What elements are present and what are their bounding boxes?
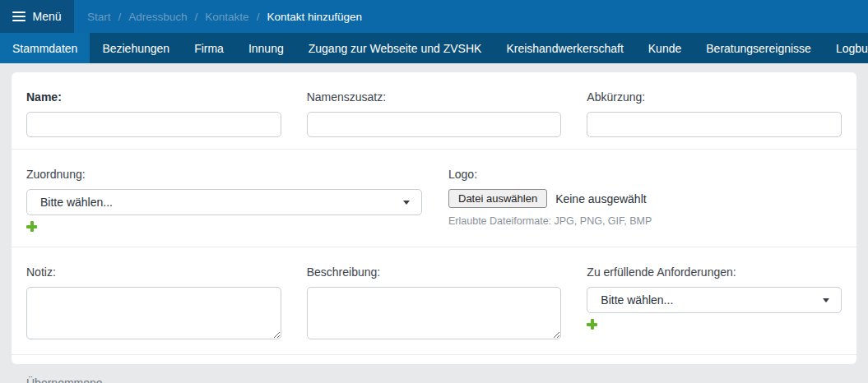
hamburger-icon — [12, 12, 26, 21]
namenszusatz-input[interactable] — [307, 112, 562, 137]
anforderungen-select[interactable]: Bitte wählen... — [587, 287, 842, 313]
zuordnung-selected-value: Bitte wählen... — [40, 196, 113, 209]
top-bar: Menü Start / Adressbuch / Kontakte / Kon… — [0, 0, 868, 33]
kundennummern-label: Übernommene Kundennummern: — [26, 366, 158, 383]
namenszusatz-label: Namenszusatz: — [307, 90, 562, 104]
field-anforderungen: Zu erfüllende Anforderungen: Bitte wähle… — [587, 258, 842, 343]
breadcrumb-separator: / — [257, 11, 260, 23]
logo-label: Logo: — [448, 168, 842, 181]
tab-kreishandwerkerschaft[interactable]: Kreishandwerkerschaft — [494, 33, 635, 63]
tab-beratungsereignisse[interactable]: Beratungsereignisse — [694, 33, 824, 63]
field-beschreibung: Beschreibung: — [307, 258, 562, 343]
tab-firma[interactable]: Firma — [182, 33, 236, 63]
field-zuordnung: Zuordnung: Bitte wählen... — [26, 160, 422, 235]
screen: Menü Start / Adressbuch / Kontakte / Kon… — [0, 0, 868, 383]
field-notiz: Notiz: — [26, 258, 281, 343]
logo-file-input: Datei auswählen Keine ausgewählt — [448, 189, 842, 208]
breadcrumb-separator: / — [195, 11, 198, 23]
chevron-down-icon — [403, 201, 410, 205]
notiz-textarea[interactable] — [26, 287, 281, 339]
menu-button-label: Menü — [32, 10, 61, 23]
breadcrumb-current-page: Kontakt hinzufügen — [267, 11, 362, 23]
tab-kunde[interactable]: Kunde — [636, 33, 694, 63]
notiz-label: Notiz: — [26, 265, 281, 279]
tab-bar: Stammdaten Beziehungen Firma Innung Zuga… — [0, 33, 868, 63]
tab-stammdaten[interactable]: Stammdaten — [0, 33, 90, 63]
choose-file-button[interactable]: Datei auswählen — [448, 189, 547, 208]
breadcrumb: Start / Adressbuch / Kontakte / Kontakt … — [74, 0, 362, 33]
name-input[interactable] — [26, 112, 281, 137]
beschreibung-label: Beschreibung: — [307, 265, 562, 279]
tab-zugang-webseite-zvshk[interactable]: Zugang zur Webseite und ZVSHK — [296, 33, 494, 63]
row-notes: Notiz: Beschreibung: Zu erfüllende Anfor… — [12, 247, 856, 354]
beschreibung-textarea[interactable] — [307, 287, 562, 339]
tab-logbuch[interactable]: Logbuch — [824, 33, 868, 63]
breadcrumb-separator: / — [118, 11, 122, 23]
file-status-text: Keine ausgewählt — [555, 192, 647, 205]
breadcrumb-start[interactable]: Start — [87, 11, 111, 23]
breadcrumb-adressbuch[interactable]: Adressbuch — [128, 11, 187, 23]
file-formats-hint: Erlaubte Dateiformate: JPG, PNG, GIF, BM… — [448, 215, 842, 227]
field-logo: Logo: Datei auswählen Keine ausgewählt E… — [448, 160, 842, 235]
row-kundennummern: Übernommene Kundennummern: — [12, 354, 856, 383]
tab-beziehungen[interactable]: Beziehungen — [90, 33, 182, 63]
zuordnung-select[interactable]: Bitte wählen... — [26, 189, 422, 215]
row-names: Name: Namenszusatz: Abkürzung: — [12, 72, 856, 149]
chevron-down-icon — [823, 298, 829, 302]
abkuerzung-label: Abkürzung: — [587, 90, 842, 104]
breadcrumb-kontakte[interactable]: Kontakte — [205, 11, 248, 23]
row-zuordnung-logo: Zuordnung: Bitte wählen... Logo: Datei a… — [12, 149, 856, 247]
field-name: Name: — [26, 83, 281, 137]
form-card: Name: Namenszusatz: Abkürzung: Zuordnung… — [12, 72, 856, 364]
add-zuordnung-button[interactable] — [26, 221, 37, 232]
menu-button[interactable]: Menü — [0, 0, 74, 33]
zuordnung-label: Zuordnung: — [26, 168, 422, 181]
anforderungen-label: Zu erfüllende Anforderungen: — [587, 265, 842, 279]
abkuerzung-input[interactable] — [587, 112, 842, 137]
field-namenszusatz: Namenszusatz: — [307, 83, 562, 137]
tab-innung[interactable]: Innung — [236, 33, 296, 63]
name-label: Name: — [26, 90, 281, 104]
anforderungen-selected-value: Bitte wählen... — [601, 293, 673, 307]
add-anforderung-button[interactable] — [587, 319, 597, 330]
field-abkuerzung: Abkürzung: — [587, 83, 842, 137]
